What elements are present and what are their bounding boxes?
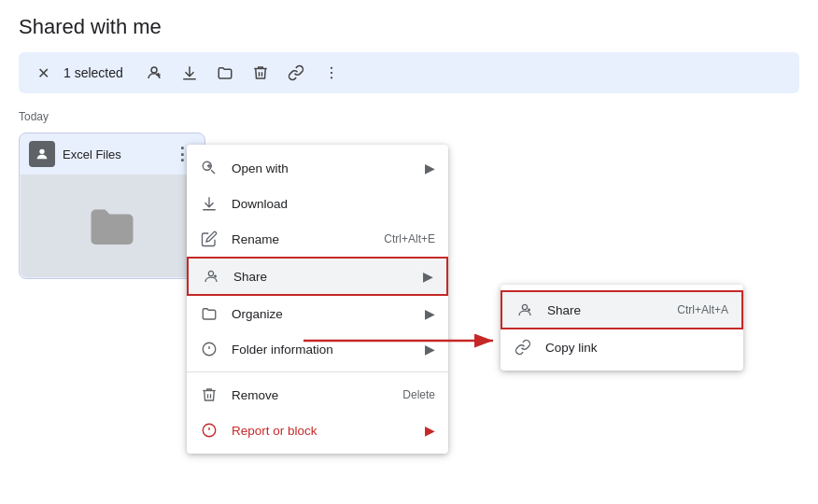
selected-count-text: 1 selected [63, 65, 123, 80]
close-selection-button[interactable]: ✕ [30, 60, 56, 86]
download-button[interactable] [174, 57, 205, 89]
sub-menu-label-share: Share [547, 303, 664, 317]
remove-icon [200, 385, 219, 404]
svg-point-16 [522, 304, 527, 309]
sub-share-icon [515, 301, 534, 319]
section-label: Today [19, 110, 799, 123]
page-container: Shared with me ✕ 1 selected [0, 0, 818, 294]
menu-divider-1 [187, 371, 448, 372]
menu-label-report: Report or block [232, 424, 412, 438]
svg-point-7 [99, 222, 111, 234]
sub-menu-label-copy-link: Copy link [545, 341, 730, 355]
sub-context-menu-share: Share Ctrl+Alt+A Copy link [501, 285, 743, 371]
remove-shortcut: Delete [402, 388, 435, 401]
rename-shortcut: Ctrl+Alt+E [384, 232, 435, 245]
rename-icon [200, 230, 219, 248]
file-thumbnail [21, 175, 204, 277]
file-item[interactable]: Excel Files ⋮ [19, 133, 205, 279]
copy-link-button[interactable] [280, 57, 312, 89]
close-icon: ✕ [37, 64, 49, 82]
svg-point-6 [39, 149, 44, 154]
toolbar-actions [138, 57, 347, 89]
primary-context-menu: Open with ▶ Download Rename Ctrl+Alt+E [187, 145, 448, 454]
menu-item-open-with[interactable]: Open with ▶ [187, 150, 448, 186]
open-with-icon [200, 159, 219, 177]
report-arrow: ▶ [425, 423, 435, 438]
svg-point-9 [208, 271, 213, 275]
file-item-header: Excel Files ⋮ [20, 133, 204, 175]
copy-link-icon [514, 338, 532, 357]
menu-label-open-with: Open with [232, 161, 412, 175]
svg-point-0 [151, 67, 157, 73]
menu-item-rename[interactable]: Rename Ctrl+Alt+E [187, 221, 448, 257]
menu-label-rename: Rename [232, 232, 371, 246]
delete-button[interactable] [245, 57, 276, 89]
annotation-arrow [299, 322, 504, 359]
add-to-drive-button[interactable] [138, 57, 170, 89]
menu-label-remove: Remove [232, 388, 389, 402]
add-to-folder-button[interactable] [209, 57, 241, 89]
share-icon [202, 267, 220, 286]
file-name: Excel Files [63, 147, 162, 161]
more-options-button[interactable] [316, 57, 347, 89]
menu-item-download[interactable]: Download [187, 186, 448, 221]
share-arrow: ▶ [423, 269, 433, 284]
open-with-arrow: ▶ [425, 161, 435, 175]
page-title: Shared with me [19, 15, 799, 39]
menu-item-report[interactable]: Report or block ▶ [187, 413, 448, 448]
share-shortcut: Ctrl+Alt+A [677, 303, 728, 316]
menu-label-organize: Organize [232, 307, 412, 321]
organize-arrow: ▶ [425, 306, 435, 321]
file-type-icon [29, 141, 55, 167]
download-icon [200, 194, 219, 213]
organize-icon [200, 304, 219, 323]
menu-item-remove[interactable]: Remove Delete [187, 377, 448, 413]
menu-item-share[interactable]: Share ▶ [187, 257, 448, 296]
sub-menu-item-share[interactable]: Share Ctrl+Alt+A [501, 290, 743, 329]
menu-label-download: Download [232, 197, 435, 211]
report-icon [200, 421, 219, 440]
svg-point-3 [331, 67, 332, 69]
svg-point-5 [331, 77, 332, 78]
svg-point-4 [331, 72, 332, 74]
menu-label-share: Share [233, 270, 410, 284]
sub-menu-item-copy-link[interactable]: Copy link [501, 329, 743, 365]
toolbar: ✕ 1 selected [19, 52, 799, 93]
folder-info-icon [200, 340, 219, 358]
